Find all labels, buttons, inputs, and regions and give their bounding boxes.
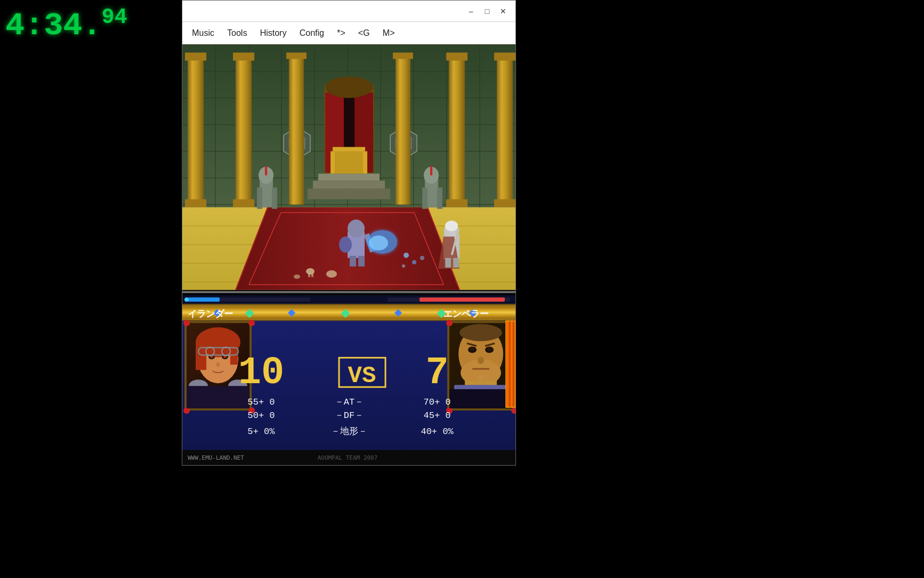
svg-rect-99 [188,298,220,302]
svg-point-153 [478,375,483,379]
svg-rect-51 [363,151,367,174]
svg-point-28 [325,77,373,98]
emulator-window: – □ ✕ Music Tools History Config *> <G M… [182,0,516,466]
svg-rect-45 [307,188,390,199]
svg-rect-48 [334,149,364,174]
svg-text:7: 7 [426,351,449,395]
svg-rect-94 [453,258,459,268]
svg-rect-80 [308,273,310,277]
svg-text:－地形－: －地形－ [331,427,367,437]
svg-point-138 [446,320,452,326]
svg-point-117 [249,320,255,326]
svg-rect-30 [185,52,206,60]
svg-rect-156 [449,389,512,408]
svg-rect-43 [494,52,515,60]
svg-rect-38 [393,52,413,59]
svg-rect-102 [420,298,505,302]
menu-bar: Music Tools History Config *> <G M> [182,22,515,44]
svg-point-128 [217,362,220,367]
close-button[interactable]: ✕ [495,5,511,18]
svg-text:－AT－: －AT－ [335,397,364,407]
svg-rect-50 [330,151,335,174]
svg-point-148 [487,347,491,351]
svg-rect-93 [445,258,451,268]
svg-point-151 [478,356,484,364]
svg-rect-68 [422,187,428,209]
svg-rect-64 [272,187,277,209]
svg-rect-41 [446,199,467,207]
svg-text:VS: VS [348,362,376,389]
svg-point-85 [412,260,417,264]
game-render: イランダー エンペラー 10 7 VS 55+ 0 －AT－ 70+ 0 50+… [182,44,515,465]
menu-m-nav[interactable]: M> [378,26,401,40]
svg-rect-65 [265,166,267,176]
menu-config[interactable]: Config [294,26,329,40]
svg-text:5+ 0%: 5+ 0% [248,427,275,437]
timer-cs: 94 [102,5,127,29]
svg-rect-32 [236,55,252,204]
svg-text:50+ 0: 50+ 0 [248,410,275,421]
svg-point-78 [339,237,352,253]
svg-point-82 [326,270,337,278]
svg-rect-49 [333,147,365,151]
timer-main: 4:34 [5,7,82,44]
svg-text:70+ 0: 70+ 0 [424,397,451,407]
menu-music[interactable]: Music [187,26,220,40]
svg-rect-40 [446,52,467,60]
svg-rect-76 [350,256,356,267]
svg-rect-44 [494,199,515,207]
svg-point-100 [184,298,189,302]
menu-arrow[interactable]: *> [332,26,351,40]
svg-rect-81 [311,273,313,277]
svg-text:10: 10 [238,351,284,395]
svg-text:45+ 0: 45+ 0 [424,410,451,421]
svg-rect-33 [233,52,255,60]
game-screen: イランダー エンペラー 10 7 VS 55+ 0 －AT－ 70+ 0 50+… [182,44,515,465]
svg-point-90 [445,220,458,231]
svg-point-116 [183,320,190,326]
svg-text:－DF－: －DF－ [335,410,364,421]
svg-point-84 [404,253,409,258]
svg-point-147 [470,347,474,351]
svg-rect-29 [188,55,204,204]
svg-point-75 [369,235,388,250]
speedrun-timer: 4:34.94 [5,5,127,44]
svg-rect-123 [230,340,238,364]
svg-rect-77 [358,256,365,267]
svg-point-143 [459,324,502,341]
svg-point-83 [294,275,300,279]
svg-rect-42 [497,55,513,204]
svg-point-86 [402,264,405,268]
svg-text:40+ 0%: 40+ 0% [421,427,454,437]
svg-rect-36 [286,52,306,59]
svg-rect-37 [396,55,411,204]
svg-rect-69 [437,187,442,209]
svg-text:イランダー: イランダー [188,308,233,319]
svg-rect-47 [318,173,380,180]
svg-rect-31 [185,199,206,207]
title-bar: – □ ✕ [182,1,515,22]
svg-rect-157 [506,321,515,407]
minimize-button[interactable]: – [463,5,479,18]
svg-rect-39 [449,55,465,204]
svg-point-87 [420,256,425,260]
app-container: 4:34.94 – □ ✕ Music Tools History Config… [0,0,924,578]
svg-text:AOOMPAL TEAM 2007: AOOMPAL TEAM 2007 [318,454,378,461]
timer-decimal: . [82,7,102,44]
svg-rect-70 [430,166,433,176]
svg-rect-46 [313,180,385,188]
svg-rect-95 [182,291,515,293]
svg-text:エンペラー: エンペラー [443,308,489,319]
svg-rect-35 [289,55,304,204]
menu-tools[interactable]: Tools [222,26,252,40]
menu-g-nav[interactable]: <G [353,26,375,40]
menu-history[interactable]: History [255,26,292,40]
svg-text:WWW.EMU-LAND.NET: WWW.EMU-LAND.NET [188,454,244,461]
svg-point-72 [348,219,365,238]
svg-rect-63 [257,187,263,209]
svg-text:55+ 0: 55+ 0 [248,397,275,407]
svg-rect-34 [233,199,255,207]
maximize-button[interactable]: □ [479,5,495,18]
